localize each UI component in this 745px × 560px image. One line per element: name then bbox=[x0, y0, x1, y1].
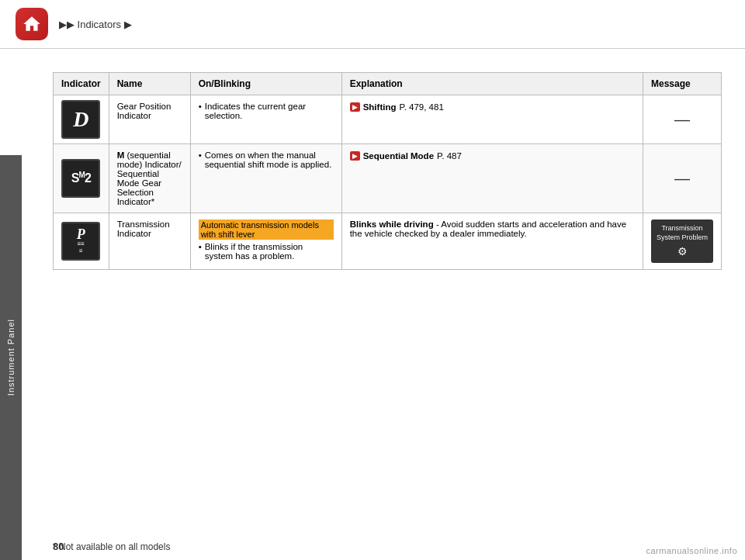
sidebar-label: Instrument Panel bbox=[0, 155, 22, 560]
trans-message-box: Transmission System Problem ⚙ bbox=[651, 220, 713, 263]
breadcrumb: ▶▶ Indicators ▶ bbox=[59, 19, 132, 30]
seq-message: — bbox=[674, 170, 690, 187]
page-header: ▶▶ Indicators ▶ bbox=[0, 0, 745, 49]
home-svg bbox=[22, 14, 42, 34]
col-message: Message bbox=[643, 73, 722, 95]
trans-p: P bbox=[77, 227, 85, 241]
trans-warn-icon: ⚙ bbox=[654, 244, 710, 258]
book-icon-gear: ▶ bbox=[350, 102, 360, 112]
trans-lines: ≡≡≡ bbox=[78, 241, 85, 255]
footnote-text: * Not available on all models bbox=[53, 541, 170, 552]
sm2-indicator-box: SM2 bbox=[61, 159, 100, 198]
col-indicator: Indicator bbox=[54, 73, 109, 95]
trans-icon-content: P ≡≡≡ bbox=[77, 227, 85, 255]
table-row: SM2 M (sequential mode) Indicator/ Seque… bbox=[54, 144, 722, 213]
indicators-table: Indicator Name On/Blinking Explanation M… bbox=[53, 72, 722, 270]
col-onblinking: On/Blinking bbox=[190, 73, 341, 95]
bullet-gear-text: Indicates the current gear selection. bbox=[205, 102, 334, 120]
d-indicator-box: D bbox=[61, 100, 100, 139]
trans-highlight: Automatic transmission models with shift… bbox=[199, 220, 334, 240]
trans-highlight-wrap: Automatic transmission models with shift… bbox=[199, 220, 334, 242]
sidebar-label-text: Instrument Panel bbox=[6, 319, 16, 396]
trans-name: Transmission Indicator bbox=[117, 220, 170, 238]
footer-footnote: * Not available on all models bbox=[53, 541, 170, 552]
explanation-cell-seq: ▶ Sequential Mode P. 487 bbox=[341, 144, 643, 213]
table-header-row: Indicator Name On/Blinking Explanation M… bbox=[54, 73, 722, 95]
onblink-cell-seq: Comes on when the manual sequential shif… bbox=[190, 144, 341, 213]
watermark: carmanualsonline.info bbox=[646, 546, 737, 555]
main-content: Indicator Name On/Blinking Explanation M… bbox=[22, 49, 745, 285]
home-icon[interactable] bbox=[16, 8, 48, 40]
gear-ref: ▶ Shifting P. 479, 481 bbox=[350, 102, 444, 112]
bullet-trans-text: Blinks if the transmission system has a … bbox=[205, 242, 334, 261]
bullet-seq-text: Comes on when the manual sequential shif… bbox=[205, 150, 334, 169]
table-row: D Gear Position Indicator Indicates the … bbox=[54, 95, 722, 144]
col-explanation: Explanation bbox=[341, 73, 643, 95]
explanation-cell-trans: Blinks while driving - Avoid sudden star… bbox=[341, 213, 643, 270]
name-cell-gear: Gear Position Indicator bbox=[109, 95, 190, 144]
onblink-cell-gear: Indicates the current gear selection. bbox=[190, 95, 341, 144]
message-cell-seq: — bbox=[643, 144, 722, 213]
bullet-gear: Indicates the current gear selection. bbox=[199, 102, 334, 120]
table-row: P ≡≡≡ Transmission Indicator Automatic t… bbox=[54, 213, 722, 270]
indicator-cell-sm2: SM2 bbox=[54, 144, 109, 213]
seq-name-bold: M bbox=[117, 150, 125, 160]
name-cell-seq: M (sequential mode) Indicator/ Sequentia… bbox=[109, 144, 190, 213]
bullet-seq: Comes on when the manual sequential shif… bbox=[199, 150, 334, 169]
book-icon-seq: ▶ bbox=[350, 151, 360, 161]
col-name: Name bbox=[109, 73, 190, 95]
trans-explanation-bold: Blinks while driving bbox=[350, 220, 434, 229]
explanation-cell-gear: ▶ Shifting P. 479, 481 bbox=[341, 95, 643, 144]
d-letter: D bbox=[73, 107, 88, 132]
gear-ref-text: Shifting bbox=[363, 102, 397, 112]
gear-message: — bbox=[674, 111, 690, 128]
indicator-cell-d: D bbox=[54, 95, 109, 144]
bullet-trans: Blinks if the transmission system has a … bbox=[199, 242, 334, 261]
seq-ref: ▶ Sequential Mode P. 487 bbox=[350, 151, 462, 161]
onblink-cell-trans: Automatic transmission models with shift… bbox=[190, 213, 341, 270]
message-cell-gear: — bbox=[643, 95, 722, 144]
seq-name-rest: (sequential mode) Indicator/ Sequential … bbox=[117, 150, 182, 206]
indicator-cell-trans: P ≡≡≡ bbox=[54, 213, 109, 270]
gear-position-name: Gear Position Indicator bbox=[117, 102, 172, 120]
seq-ref-page: P. 487 bbox=[437, 151, 462, 161]
message-cell-trans: Transmission System Problem ⚙ bbox=[643, 213, 722, 270]
trans-msg-title: Transmission System Problem bbox=[654, 224, 710, 242]
trans-indicator-box: P ≡≡≡ bbox=[61, 222, 100, 261]
seq-ref-text: Sequential Mode bbox=[363, 151, 434, 161]
name-cell-trans: Transmission Indicator bbox=[109, 213, 190, 270]
gear-ref-page: P. 479, 481 bbox=[399, 102, 443, 112]
sm2-letters: SM2 bbox=[71, 171, 91, 185]
